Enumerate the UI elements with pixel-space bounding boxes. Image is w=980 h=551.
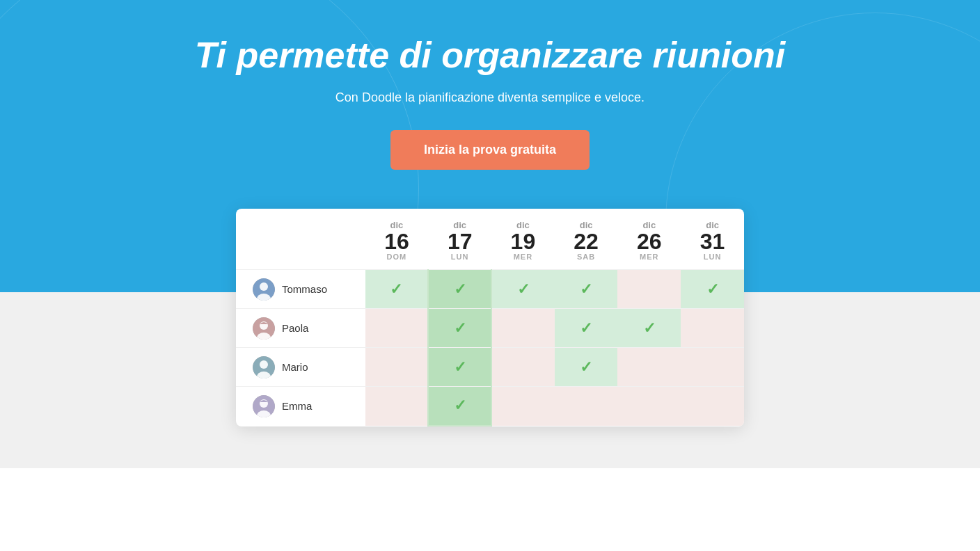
availability-cell[interactable] bbox=[617, 387, 681, 426]
calendar-table: dic 16 DOM dic 17 LUN bbox=[236, 209, 744, 426]
cta-button[interactable]: Inizia la prova gratuita bbox=[390, 130, 590, 170]
availability-cell[interactable] bbox=[365, 348, 429, 387]
availability-cell[interactable] bbox=[365, 387, 429, 426]
availability-cell[interactable] bbox=[491, 387, 555, 426]
calendar-header: dic 16 DOM dic 17 LUN bbox=[236, 209, 744, 270]
check-icon: ✓ bbox=[454, 358, 466, 376]
availability-cell[interactable] bbox=[491, 309, 555, 348]
table-row: Paola ✓✓✓ bbox=[236, 309, 744, 348]
availability-cell[interactable] bbox=[365, 309, 429, 348]
availability-cell[interactable] bbox=[681, 387, 744, 426]
calendar-card: dic 16 DOM dic 17 LUN bbox=[236, 209, 744, 426]
person-name: Tommaso bbox=[282, 283, 327, 295]
availability-cell[interactable]: ✓ bbox=[681, 270, 744, 309]
header-col-16: dic 16 DOM bbox=[365, 209, 429, 270]
bottom-section: dic 16 DOM dic 17 LUN bbox=[0, 292, 980, 468]
header-col-22: dic 22 SAB bbox=[555, 209, 618, 270]
availability-cell[interactable] bbox=[491, 348, 555, 387]
header-col-19: dic 19 MER bbox=[491, 209, 555, 270]
avatar bbox=[253, 356, 275, 378]
availability-cell[interactable] bbox=[681, 348, 744, 387]
availability-cell[interactable]: ✓ bbox=[428, 309, 491, 348]
availability-cell[interactable] bbox=[617, 348, 681, 387]
person-name: Emma bbox=[282, 400, 312, 412]
availability-cell[interactable] bbox=[555, 387, 618, 426]
svg-point-7 bbox=[260, 360, 268, 369]
check-icon: ✓ bbox=[643, 319, 656, 337]
person-cell-emma: Emma bbox=[236, 387, 365, 426]
header-col-17: dic 17 LUN bbox=[428, 209, 491, 270]
table-row: Emma ✓ bbox=[236, 387, 744, 426]
svg-point-1 bbox=[260, 282, 268, 291]
header-col-31: dic 31 LUN bbox=[681, 209, 744, 270]
header-name-cell bbox=[236, 209, 365, 270]
availability-cell[interactable]: ✓ bbox=[428, 387, 491, 426]
check-icon: ✓ bbox=[580, 319, 592, 337]
check-icon: ✓ bbox=[580, 358, 592, 376]
avatar bbox=[253, 278, 275, 301]
table-row: Tommaso ✓✓✓✓✓ bbox=[236, 270, 744, 309]
check-icon: ✓ bbox=[390, 280, 402, 298]
person-cell-tommaso: Tommaso bbox=[236, 270, 365, 309]
header-col-26: dic 26 MER bbox=[617, 209, 681, 270]
check-icon: ✓ bbox=[517, 280, 530, 298]
person-cell-paola: Paola bbox=[236, 309, 365, 348]
table-row: Mario ✓✓ bbox=[236, 348, 744, 387]
check-icon: ✓ bbox=[706, 280, 719, 298]
hero-title: Ti permette di organizzare riunioni bbox=[195, 35, 786, 77]
availability-cell[interactable]: ✓ bbox=[555, 270, 618, 309]
hero-subtitle: Con Doodle la pianificazione diventa sem… bbox=[335, 90, 645, 105]
availability-cell[interactable] bbox=[617, 270, 681, 309]
check-icon: ✓ bbox=[454, 280, 466, 298]
availability-cell[interactable]: ✓ bbox=[555, 348, 618, 387]
check-icon: ✓ bbox=[454, 397, 466, 414]
avatar bbox=[253, 317, 275, 340]
avatar bbox=[253, 395, 275, 417]
availability-cell[interactable]: ✓ bbox=[365, 270, 429, 309]
person-cell-mario: Mario bbox=[236, 348, 365, 387]
availability-cell[interactable]: ✓ bbox=[428, 270, 491, 309]
availability-cell[interactable]: ✓ bbox=[617, 309, 681, 348]
person-name: Paola bbox=[282, 322, 308, 334]
check-icon: ✓ bbox=[580, 280, 592, 298]
availability-cell[interactable]: ✓ bbox=[428, 348, 491, 387]
check-icon: ✓ bbox=[454, 319, 466, 337]
availability-cell[interactable] bbox=[681, 309, 744, 348]
availability-cell[interactable]: ✓ bbox=[555, 309, 618, 348]
person-name: Mario bbox=[282, 361, 308, 373]
availability-cell[interactable]: ✓ bbox=[491, 270, 555, 309]
